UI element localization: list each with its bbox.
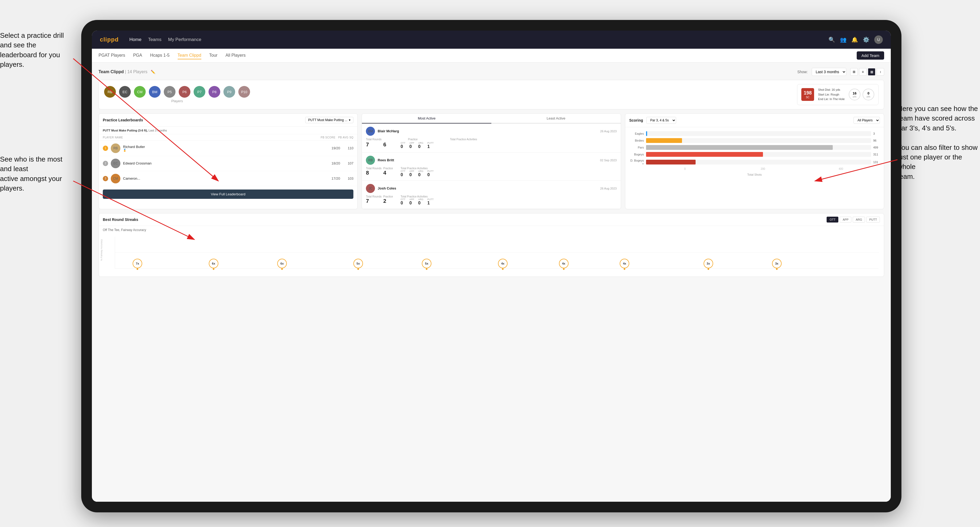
nav-home[interactable]: Home <box>129 36 142 43</box>
user-avatar[interactable]: U <box>874 35 883 44</box>
subnav-team-clippd[interactable]: Team Clippd <box>178 52 201 59</box>
player-avatar-3[interactable]: CM <box>134 86 146 98</box>
streak-pin-5: 5x <box>422 259 431 270</box>
player-avatar-9[interactable]: P9 <box>223 86 235 98</box>
players-label: Players <box>171 99 183 103</box>
pin-label-2: 6x <box>209 259 218 268</box>
bell-icon[interactable]: 🔔 <box>851 37 858 43</box>
shot-badge-unit: SC <box>806 96 810 99</box>
pin-dot-3 <box>281 268 283 270</box>
tab-least-active[interactable]: Least Active <box>492 114 621 124</box>
chart-row-pars: Pars 499 <box>629 145 880 150</box>
streak-btn-arg[interactable]: ARG <box>853 217 865 222</box>
bogeys-label: Bogeys <box>629 153 644 156</box>
scoring-card: Scoring Par 3, 4 & 5s Par 3s Par 4s Par … <box>625 113 884 209</box>
shot-circle-2: 0yds <box>862 89 874 100</box>
grid-view-btn[interactable]: ⊞ <box>850 68 858 76</box>
scoring-par-filter[interactable]: Par 3, 4 & 5s Par 3s Par 4s Par 5s <box>646 117 676 124</box>
add-team-button[interactable]: Add Team <box>857 51 884 60</box>
users-icon[interactable]: 👥 <box>840 37 846 43</box>
view-icons: ⊞ ≡ ▦ ↕ <box>850 68 884 76</box>
lb-avg-1: 110 <box>343 146 353 150</box>
player-avatar-10[interactable]: P10 <box>238 86 250 98</box>
pin-dot-6 <box>502 268 504 270</box>
rank-badge-1: 1 <box>103 146 108 151</box>
list-view-btn[interactable]: ≡ <box>859 68 867 76</box>
players-section: RB EC CM BM P5 P6 P7 P8 P9 P10 Players <box>104 86 250 103</box>
pin-dot-1 <box>137 268 138 270</box>
dbogeys-label: D. Bogeys + <box>629 159 644 165</box>
subnav-tour[interactable]: Tour <box>209 52 218 59</box>
activity-player-3: JC Josh Coles 26 Aug 2023 Total Rounds 7… <box>362 181 620 209</box>
streak-pin-3: 6x <box>277 259 287 270</box>
settings-icon[interactable]: ⚙️ <box>863 37 870 43</box>
practice-val-1: 6 <box>383 141 399 149</box>
streak-btn-ott[interactable]: OTT <box>827 217 838 222</box>
view-full-leaderboard-btn[interactable]: View Full Leaderboard <box>103 189 353 199</box>
streak-pin-2: 6x <box>209 259 218 270</box>
pin-label-8: 4x <box>620 259 629 268</box>
player-avatar-5[interactable]: P5 <box>164 86 175 98</box>
ipad-screen: clippd Home Teams My Performance 🔍 👥 🔔 ⚙… <box>92 30 891 502</box>
tab-most-active[interactable]: Most Active <box>362 114 492 124</box>
player-avatar-1[interactable]: RB <box>104 86 116 98</box>
birdies-bar-container <box>646 138 871 143</box>
streak-btn-app[interactable]: APP <box>840 217 851 222</box>
scoring-player-filter[interactable]: All Players <box>854 117 880 124</box>
nav-my-performance[interactable]: My Performance <box>168 36 201 43</box>
pin-label-5: 5x <box>422 259 431 268</box>
practice-val-2: 4 <box>383 170 399 176</box>
eagles-bar <box>646 131 647 136</box>
streaks-btns: OTT APP ARG PUTT <box>827 217 880 222</box>
scoring-title: Scoring <box>629 118 643 122</box>
rank-badge-3: 3 <box>103 176 108 181</box>
player-avatar-4[interactable]: BM <box>149 86 161 98</box>
streak-pin-9: 3x <box>703 259 713 270</box>
main-content: Team Clippd | 14 Players ✏️ Show: Last 3… <box>92 62 891 502</box>
activity-player-header-2: RB Rees Britt 02 Sep 2023 <box>366 156 616 165</box>
team-title: Team Clippd | 14 Players ✏️ <box>99 70 155 74</box>
pin-dot-5 <box>426 268 428 270</box>
nav-teams[interactable]: Teams <box>148 36 161 43</box>
bogeys-bar-container <box>646 152 871 157</box>
activity-date-2: 02 Sep 2023 <box>600 159 616 162</box>
scoring-header: Scoring Par 3, 4 & 5s Par 3s Par 4s Par … <box>625 114 884 127</box>
pin-dot-8 <box>624 268 625 270</box>
practice-val-3: 2 <box>383 198 399 204</box>
chart-row-bogeys: Bogeys 311 <box>629 152 880 157</box>
chart-row-eagles: Eagles 3 <box>629 131 880 136</box>
player-avatar-6[interactable]: P6 <box>179 86 190 98</box>
subnav-pga[interactable]: PGA <box>133 52 142 59</box>
rank-badge-2: 2 <box>103 161 108 166</box>
eagles-label: Eagles <box>629 132 644 135</box>
streak-pin-7: 4x <box>559 259 568 270</box>
player-avatar-7[interactable]: P7 <box>194 86 205 98</box>
pin-label-10: 3x <box>772 259 781 268</box>
subnav-all-players[interactable]: All Players <box>226 52 246 59</box>
lb-player-name-1: Richard Butler <box>123 145 324 149</box>
sort-btn[interactable]: ↕ <box>877 68 884 76</box>
player-avatar-2[interactable]: EC <box>119 86 131 98</box>
practice-leaderboards-card: Practice Leaderboards PUTT Must Make Put… <box>99 113 358 209</box>
show-select[interactable]: Last 3 months Last 6 months Last year <box>812 68 846 76</box>
chart-row-dbogeys: D. Bogeys + 131 <box>629 159 880 165</box>
subnav: PGAT Players PGA Hcaps 1-5 Team Clippd T… <box>92 49 891 62</box>
total-rounds-label: Total Rounds <box>366 138 407 141</box>
streak-pin-8: 4x <box>620 259 629 270</box>
navbar-icons: 🔍 👥 🔔 ⚙️ U <box>829 35 883 44</box>
card-view-btn[interactable]: ▦ <box>868 68 875 76</box>
practice-activities-1: OTT 0 APP 0 ARG 0 <box>401 141 616 149</box>
tournament-val-2: 8 <box>366 170 382 176</box>
edit-team-icon[interactable]: ✏️ <box>151 70 155 74</box>
search-icon[interactable]: 🔍 <box>829 37 835 43</box>
activity-name-2: Rees Britt <box>378 158 597 162</box>
streak-pins-container: 7x 6x 6x <box>118 235 878 270</box>
subnav-pgat[interactable]: PGAT Players <box>99 52 125 59</box>
practice-label: Practice <box>408 138 449 141</box>
streak-btn-putt[interactable]: PUTT <box>866 217 880 222</box>
lb-score-2: 18/20 <box>327 161 340 165</box>
leaderboards-selector[interactable]: PUTT Must Make Putting ... ▾ <box>305 117 353 123</box>
player-avatar-8[interactable]: P8 <box>208 86 220 98</box>
lb-avg-3: 103 <box>343 176 353 181</box>
subnav-hcaps[interactable]: Hcaps 1-5 <box>150 52 170 59</box>
